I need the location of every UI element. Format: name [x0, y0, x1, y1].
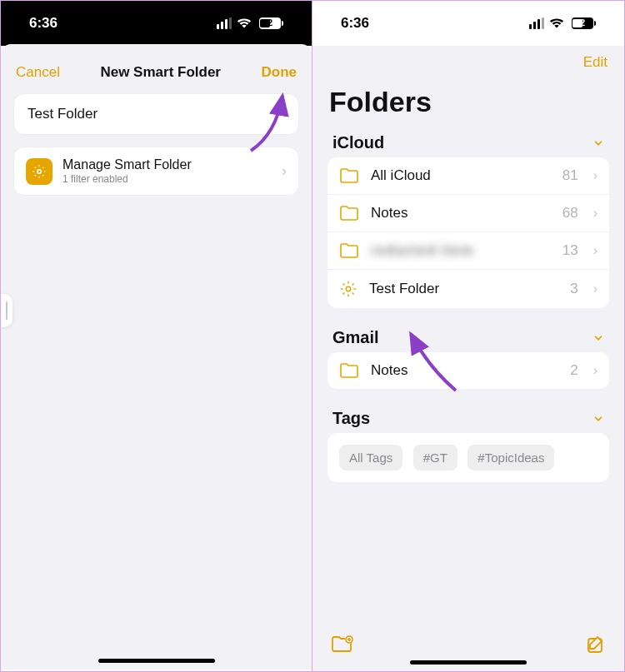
- folder-icon: [339, 167, 359, 184]
- row-count: 13: [562, 242, 578, 259]
- gmail-list: Notes 2 ›: [328, 352, 609, 389]
- chevron-right-icon: ›: [593, 243, 598, 258]
- smart-folder-gear-icon: [339, 280, 358, 298]
- section-title: iCloud: [332, 133, 384, 152]
- chevron-right-icon: ›: [593, 206, 598, 221]
- gear-icon: [26, 158, 52, 185]
- home-indicator[interactable]: [410, 660, 527, 665]
- row-label: Test Folder: [369, 281, 558, 297]
- sheet-grabber[interactable]: [1, 44, 312, 54]
- page-title: Folders: [312, 79, 624, 133]
- folder-name-card: Test Folder: [14, 94, 298, 134]
- section-header-gmail[interactable]: Gmail: [312, 328, 624, 352]
- status-icons: 52: [529, 17, 596, 30]
- manage-card: Manage Smart Folder 1 filter enabled ›: [14, 147, 298, 195]
- folder-row-test-folder[interactable]: Test Folder 3 ›: [328, 270, 609, 308]
- sheet-title: New Smart Folder: [100, 64, 221, 81]
- tag-pill[interactable]: #TopicIdeas: [468, 445, 554, 470]
- status-time: 6:36: [341, 15, 369, 32]
- compose-icon[interactable]: [586, 635, 606, 655]
- section-title: Tags: [332, 409, 370, 428]
- status-bar: 6:36 52: [312, 1, 624, 46]
- chevron-right-icon: ›: [593, 168, 598, 183]
- edit-button[interactable]: Edit: [583, 54, 608, 71]
- folder-row-all-icloud[interactable]: All iCloud 81 ›: [328, 157, 609, 195]
- folder-name-input[interactable]: Test Folder: [14, 94, 298, 134]
- section-title: Gmail: [332, 328, 379, 347]
- icloud-list: All iCloud 81 › Notes 68 › redacted item…: [328, 157, 609, 308]
- folder-icon: [339, 362, 359, 379]
- manage-smart-folder-row[interactable]: Manage Smart Folder 1 filter enabled ›: [14, 147, 298, 195]
- done-button[interactable]: Done: [262, 64, 298, 81]
- chevron-down-icon: [592, 137, 604, 149]
- row-count: 81: [562, 167, 578, 184]
- folder-icon: [339, 205, 359, 222]
- wifi-icon: [237, 17, 252, 29]
- tags-list: All Tags #GT #TopicIdeas: [328, 433, 609, 482]
- chevron-right-icon: ›: [593, 281, 598, 296]
- row-label: redacted item: [371, 242, 551, 259]
- section-header-tags[interactable]: Tags: [312, 409, 624, 433]
- wifi-icon: [549, 17, 564, 29]
- new-folder-icon[interactable]: [331, 635, 354, 655]
- status-icons: 52: [217, 17, 283, 30]
- chevron-down-icon: [592, 332, 604, 344]
- row-label: All iCloud: [371, 167, 551, 184]
- row-count: 3: [570, 281, 578, 297]
- sheet-header: Cancel New Smart Folder Done: [1, 54, 312, 94]
- cellular-signal-icon: [217, 17, 232, 29]
- svg-point-0: [38, 169, 42, 173]
- folder-icon: [339, 242, 359, 259]
- row-count: 68: [562, 205, 578, 222]
- bottom-toolbar: [312, 630, 624, 671]
- status-time: 6:36: [29, 15, 58, 32]
- row-label: Notes: [371, 205, 551, 222]
- folder-row-gmail-notes[interactable]: Notes 2 ›: [328, 352, 609, 389]
- section-header-icloud[interactable]: iCloud: [312, 133, 624, 157]
- cancel-button[interactable]: Cancel: [16, 64, 60, 81]
- chevron-right-icon: ›: [282, 162, 287, 180]
- cellular-signal-icon: [529, 17, 544, 29]
- tag-pill[interactable]: All Tags: [339, 445, 402, 470]
- home-indicator[interactable]: [98, 659, 215, 663]
- tag-pill[interactable]: #GT: [413, 445, 458, 470]
- battery-icon: 52: [569, 17, 596, 30]
- chevron-right-icon: ›: [593, 363, 598, 378]
- folder-row-notes[interactable]: Notes 68 ›: [328, 195, 609, 232]
- chevron-down-icon: [592, 413, 604, 425]
- svg-point-1: [346, 286, 351, 291]
- manage-title: Manage Smart Folder: [62, 157, 272, 172]
- battery-icon: 52: [257, 17, 283, 30]
- status-bar: 6:36 52: [1, 1, 312, 46]
- folder-row-redacted[interactable]: redacted item 13 ›: [328, 232, 609, 270]
- row-count: 2: [570, 362, 578, 379]
- row-label: Notes: [371, 362, 558, 379]
- manage-subtitle: 1 filter enabled: [62, 173, 272, 185]
- side-peek: [1, 294, 12, 327]
